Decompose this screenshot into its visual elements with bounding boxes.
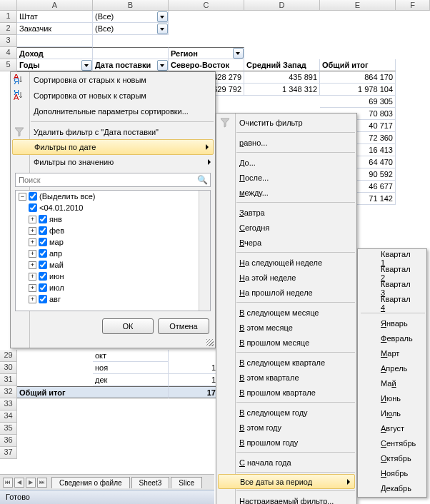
yesterday[interactable]: Вчера — [216, 235, 356, 250]
checklist[interactable]: −(Выделить все) <04.01.2010 +янв +фев +м… — [15, 190, 211, 311]
next-month[interactable]: В следующем месяце — [216, 305, 356, 320]
row-30[interactable]: 30 — [0, 362, 17, 374]
row-37[interactable]: 37 — [0, 447, 17, 459]
expand-icon[interactable]: + — [29, 296, 36, 303]
next-year[interactable]: В следующем году — [216, 405, 356, 420]
sep[interactable]: Сентябрь — [358, 435, 426, 450]
tab-prev-icon[interactable]: ◀ — [14, 478, 24, 488]
cell-E7[interactable]: 1 978 104 — [320, 84, 396, 96]
resize-grip[interactable] — [206, 339, 214, 346]
apr[interactable]: Апрель — [358, 361, 426, 376]
sort-new-old[interactable]: ЯАСортировка от новых к старым — [11, 88, 215, 104]
check-item[interactable]: +апр — [16, 248, 210, 259]
q4[interactable]: Квартал 4 — [358, 296, 426, 311]
dropdown-date[interactable] — [157, 60, 168, 71]
next-quarter[interactable]: В следующем квартале — [216, 355, 356, 370]
ok-button[interactable]: ОК — [102, 318, 154, 334]
dec[interactable]: Декабрь — [358, 480, 426, 495]
cell-D6[interactable]: 435 891 — [244, 71, 320, 84]
tab-sheet3[interactable]: Sheet3 — [131, 477, 170, 488]
row-4[interactable]: 4 — [0, 47, 17, 59]
jul[interactable]: Июль — [358, 405, 426, 420]
cell-B29[interactable]: окт — [93, 350, 169, 362]
checkbox[interactable] — [39, 249, 47, 258]
check-item[interactable]: +июн — [16, 271, 210, 282]
checkbox[interactable] — [39, 215, 47, 223]
this-week[interactable]: На этой неделе — [216, 270, 356, 285]
check-all[interactable]: −(Выделить все) — [16, 191, 210, 202]
row-3[interactable]: 3 — [0, 35, 17, 47]
row-2[interactable]: 2 — [0, 23, 17, 35]
row-29[interactable]: 29 — [0, 350, 17, 362]
col-D[interactable]: D — [244, 0, 320, 10]
tab-last-icon[interactable]: ⏭ — [37, 478, 47, 488]
before[interactable]: До... — [216, 155, 356, 170]
cell-B4[interactable] — [93, 47, 169, 59]
row-33[interactable]: 33 — [0, 398, 17, 410]
this-year[interactable]: В этом году — [216, 420, 356, 435]
q1[interactable]: Квартал 1 — [358, 251, 426, 266]
tomorrow[interactable]: Завтра — [216, 205, 356, 220]
checkbox[interactable] — [39, 272, 47, 281]
sort-old-new[interactable]: АЯСортировка от старых к новым — [11, 72, 215, 88]
cell-E5[interactable]: Общий итог — [320, 59, 396, 71]
q3[interactable]: Квартал 3 — [358, 281, 426, 296]
check-item[interactable]: <04.01.2010 — [16, 202, 210, 213]
today[interactable]: Сегодня — [216, 220, 356, 235]
checkbox[interactable] — [29, 192, 37, 201]
expand-icon[interactable]: + — [29, 227, 36, 235]
checkbox[interactable] — [39, 261, 47, 269]
dropdown-region[interactable] — [233, 48, 244, 59]
last-year[interactable]: В прошлом году — [216, 435, 356, 450]
check-item[interactable]: +июл — [16, 282, 210, 293]
tab-slice[interactable]: Slice — [171, 477, 202, 488]
cell-C32[interactable]: 17 — [169, 386, 219, 398]
after[interactable]: После... — [216, 170, 356, 185]
equals[interactable]: равно... — [216, 135, 356, 150]
col-A[interactable]: A — [17, 0, 93, 10]
expand-icon[interactable]: + — [29, 261, 36, 269]
may[interactable]: Май — [358, 376, 426, 390]
cell-A2[interactable]: Заказчик — [17, 23, 93, 35]
date-filters[interactable]: Фильтры по дате — [12, 139, 214, 155]
aug[interactable]: Август — [358, 420, 426, 435]
cell-D31[interactable]: 1 — [169, 374, 219, 386]
cell-E8[interactable]: 69 305 — [320, 96, 396, 108]
col-E[interactable]: E — [320, 0, 396, 10]
expand-icon[interactable]: + — [29, 284, 36, 292]
cancel-button[interactable]: Отмена — [158, 318, 209, 334]
jun[interactable]: Июнь — [358, 390, 426, 405]
cell-A4[interactable]: Доход — [17, 47, 93, 59]
feb[interactable]: Февраль — [358, 331, 426, 346]
col-B[interactable]: B — [93, 0, 169, 10]
expand-icon[interactable]: + — [29, 273, 36, 281]
row-36[interactable]: 36 — [0, 435, 17, 447]
cell-D5[interactable]: Средний Запад — [244, 59, 320, 71]
value-filters[interactable]: Фильтры по значению — [11, 154, 215, 170]
cell-A32[interactable]: Общий итог — [17, 386, 169, 398]
this-month[interactable]: В этом месяце — [216, 320, 356, 335]
collapse-icon[interactable]: − — [19, 193, 26, 201]
cell-A3[interactable] — [17, 35, 93, 47]
ytd[interactable]: С начала года — [216, 455, 356, 470]
checkbox[interactable] — [39, 295, 47, 303]
jan[interactable]: Январь — [358, 316, 426, 331]
between[interactable]: между... — [216, 185, 356, 200]
row-5[interactable]: 5 — [0, 59, 17, 71]
scrollbar[interactable] — [199, 191, 210, 311]
nov[interactable]: Ноябрь — [358, 465, 426, 480]
search-input[interactable] — [15, 173, 211, 187]
last-week[interactable]: На прошлой неделе — [216, 285, 356, 300]
cell-A1[interactable]: Штат — [17, 11, 93, 23]
select-all-corner[interactable] — [0, 0, 17, 10]
cell-C5[interactable]: Северо-Восток — [169, 59, 244, 71]
next-week[interactable]: На следующей неделе — [216, 255, 356, 270]
more-sort[interactable]: Дополнительные параметры сортировки... — [11, 104, 215, 119]
tab-first-icon[interactable]: ⏮ — [3, 478, 13, 488]
cell-D7[interactable]: 1 348 312 — [244, 84, 320, 96]
expand-icon[interactable]: + — [29, 250, 36, 258]
col-F[interactable]: F — [396, 0, 430, 10]
row-1[interactable]: 1 — [0, 11, 17, 23]
row-32[interactable]: 32 — [0, 386, 17, 398]
checkbox[interactable] — [39, 283, 47, 292]
